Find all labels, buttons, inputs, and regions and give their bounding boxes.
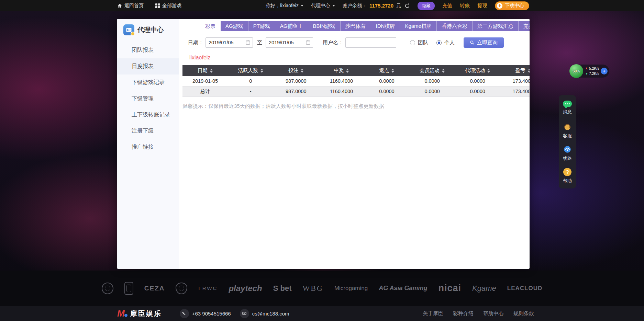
cell-winnings: 1160.4000 xyxy=(319,76,364,86)
withdraw-link[interactable]: 提现 xyxy=(477,2,487,9)
column-header-date[interactable]: 日期 xyxy=(182,65,228,76)
sidebar-item-sub-game-records[interactable]: 下级游戏记录 xyxy=(117,74,179,91)
dock-label: 帮助 xyxy=(563,178,572,184)
all-games-link[interactable]: 全部游戏 xyxy=(155,3,181,9)
column-header-winnings[interactable]: 中奖 xyxy=(319,65,364,76)
partner-emblem-icon xyxy=(176,283,187,294)
sidebar-item-team-report[interactable]: 团队报表 xyxy=(117,42,179,58)
report-table: 日期 活跃人数 投注 中奖 返点 会员活动 代理活动 盈亏 2019-01-05 xyxy=(182,65,530,97)
team-radio[interactable]: 团队 xyxy=(410,39,428,46)
tab-bbin-games[interactable]: BBIN游戏 xyxy=(308,21,341,31)
tab-idn-chess[interactable]: IDN棋牌 xyxy=(371,21,400,31)
partner-logo-microgaming: Microgaming xyxy=(334,285,368,292)
tab-deposit-withdraw-data[interactable]: 充提数据 xyxy=(519,21,530,31)
dock-item-help[interactable]: ? 帮助 xyxy=(559,165,576,186)
to-label: 至 xyxy=(257,39,262,46)
column-header-agent-activity[interactable]: 代理活动 xyxy=(455,65,500,76)
footer-link-help-center[interactable]: 帮助中心 xyxy=(483,310,504,317)
sidebar-item-daily-report[interactable]: 日度报表 xyxy=(117,58,179,74)
network-speed-widget[interactable]: 50% 5.2K/s 7.2K/s + xyxy=(569,65,609,78)
tab-lottery[interactable]: 彩票 xyxy=(200,21,221,31)
dock-item-message[interactable]: 消息 xyxy=(559,97,576,118)
agent-center-menu[interactable]: 代理中心 xyxy=(311,3,335,9)
footer-links: 关于摩臣 彩种介绍 帮助中心 规则条款 xyxy=(423,310,534,317)
download-arrow-icon xyxy=(586,73,588,75)
refresh-icon[interactable] xyxy=(404,3,410,9)
column-label: 日期 xyxy=(198,67,208,74)
calendar-icon[interactable] xyxy=(245,40,251,45)
back-home-link[interactable]: 返回首页 xyxy=(117,3,144,9)
table-total-row: 总计 - 987.0000 1160.4000 0.0000 0.0000 0.… xyxy=(182,86,530,96)
partner-logo-sbet: S bet xyxy=(273,284,292,293)
sidebar: 代理中心 团队报表 日度报表 下级游戏记录 下级管理 上下级转账记录 注册下级 … xyxy=(117,19,179,269)
column-header-rebate[interactable]: 返点 xyxy=(364,65,409,76)
download-center-button[interactable]: 下载中心 xyxy=(495,1,529,10)
calendar-icon[interactable] xyxy=(306,40,311,45)
footer-link-rules[interactable]: 规则条款 xyxy=(513,310,534,317)
date-label: 日期： xyxy=(188,39,203,46)
speed-percent-badge: 50% xyxy=(569,64,583,78)
personal-radio[interactable]: 个人 xyxy=(436,39,455,46)
column-label: 中奖 xyxy=(334,67,344,74)
message-icon xyxy=(563,101,572,107)
brand-dot-icon xyxy=(124,314,127,317)
upload-arrow-icon xyxy=(586,67,588,69)
cell-member-activity: 0.0000 xyxy=(410,76,455,86)
dock-label: 消息 xyxy=(563,109,572,115)
email-address: cs@mc188.com xyxy=(252,311,289,317)
footer-link-about[interactable]: 关于摩臣 xyxy=(423,310,443,317)
tab-third-party-summary[interactable]: 第三方游戏汇总 xyxy=(473,21,519,31)
cell-active-users: 0 xyxy=(228,76,273,86)
sort-icons xyxy=(346,69,349,73)
home-icon xyxy=(117,3,122,8)
partner-logo-playtech: playtech xyxy=(229,284,262,293)
brand-name: 摩臣娱乐 xyxy=(130,309,162,318)
tab-ag-fishing[interactable]: AG捕鱼王 xyxy=(275,21,308,31)
table-header-row: 日期 活跃人数 投注 中奖 返点 会员活动 代理活动 盈亏 xyxy=(182,65,530,76)
footer-link-lottery-intro[interactable]: 彩种介绍 xyxy=(453,310,474,317)
cell-profit-loss: 173.4000 xyxy=(500,76,530,86)
tab-saba-sports[interactable]: 沙巴体育 xyxy=(341,21,371,31)
sort-icons xyxy=(391,69,394,73)
partner-logo-ceza: CEZA xyxy=(144,285,165,292)
username-field xyxy=(345,37,396,48)
column-header-profit-loss[interactable]: 盈亏 xyxy=(500,65,530,76)
sidebar-item-promotion-link[interactable]: 推广链接 xyxy=(117,139,179,155)
sidebar-item-sub-management[interactable]: 下级管理 xyxy=(117,91,179,107)
tab-kgame-chess[interactable]: Kgame棋牌 xyxy=(400,21,437,31)
column-header-member-activity[interactable]: 会员活动 xyxy=(410,65,455,76)
tab-hk-mark-six[interactable]: 香港六合彩 xyxy=(437,21,473,31)
dock-label: 线路 xyxy=(563,156,572,162)
cell-member-activity: 0.0000 xyxy=(410,86,455,96)
main-stage: 代理中心 团队报表 日度报表 下级游戏记录 下级管理 上下级转账记录 注册下级 … xyxy=(0,11,644,271)
sidebar-item-transfer-records[interactable]: 上下级转账记录 xyxy=(117,107,179,123)
column-label: 代理活动 xyxy=(465,67,485,74)
chevron-down-icon xyxy=(301,5,303,7)
column-header-bets[interactable]: 投注 xyxy=(273,65,319,76)
radio-checked-icon xyxy=(436,40,442,45)
dock-item-line[interactable]: 线路 xyxy=(559,142,576,164)
cell-date: 2019-01-05 xyxy=(182,76,228,86)
side-dock: 消息 客服 线路 ? 帮助 xyxy=(559,95,576,188)
username-input[interactable] xyxy=(345,37,396,48)
user-menu[interactable]: 你好，lixiaofeiz xyxy=(266,3,303,9)
transfer-link[interactable]: 转账 xyxy=(460,2,470,9)
recharge-link[interactable]: 充值 xyxy=(442,2,452,9)
column-label: 投注 xyxy=(288,67,298,74)
brand-logo: M xyxy=(117,309,127,318)
query-button[interactable]: 立即查询 xyxy=(464,37,504,48)
expand-button[interactable]: + xyxy=(601,68,608,74)
partner-logo-nicai: nicai xyxy=(438,283,462,294)
all-games-label: 全部游戏 xyxy=(162,3,181,9)
sidebar-title: 代理中心 xyxy=(137,25,164,34)
column-header-active-users[interactable]: 活跃人数 xyxy=(228,65,273,76)
sidebar-item-register-sub[interactable]: 注册下级 xyxy=(117,123,179,139)
dock-item-customer-service[interactable]: 客服 xyxy=(559,120,576,141)
column-label: 活跃人数 xyxy=(238,67,258,74)
hide-balance-button[interactable]: 隐藏 xyxy=(418,2,435,10)
contact-bar: M 摩臣娱乐 +63 9054515666 cs@mc188.com 关于摩臣 … xyxy=(0,306,644,321)
download-icon xyxy=(497,3,503,9)
tab-ag-games[interactable]: AG游戏 xyxy=(221,21,248,31)
tab-pt-games[interactable]: PT游戏 xyxy=(248,21,275,31)
radio-unchecked-icon xyxy=(410,40,415,45)
